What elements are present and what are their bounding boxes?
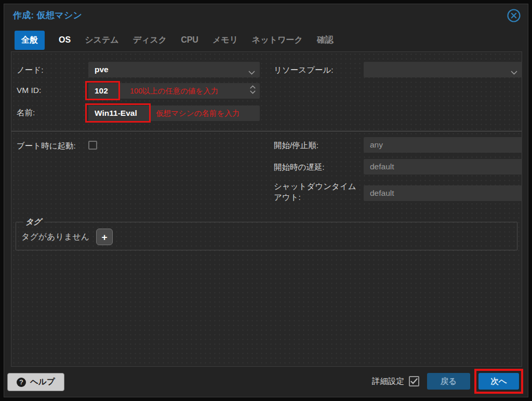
close-icon[interactable] bbox=[506, 8, 522, 23]
shutdown-timeout-label: シャットダウンタイムアウト: bbox=[274, 181, 363, 203]
resource-pool-combobox[interactable] bbox=[364, 62, 522, 77]
next-annotation-box: 次へ bbox=[474, 369, 523, 394]
tags-fieldset: タグ タグがありません + bbox=[16, 217, 517, 250]
question-circle-icon: ? bbox=[17, 378, 26, 387]
resource-pool-label: リソースプール: bbox=[274, 64, 334, 75]
name-label: 名前: bbox=[17, 107, 35, 118]
tab-cpu[interactable]: CPU bbox=[181, 35, 198, 45]
start-stop-order-field[interactable] bbox=[364, 137, 522, 153]
start-stop-order-input[interactable] bbox=[364, 137, 522, 153]
chevron-down-icon[interactable] bbox=[248, 68, 255, 77]
tab-confirm[interactable]: 確認 bbox=[317, 35, 334, 46]
tags-empty-text: タグがありません bbox=[21, 232, 89, 243]
start-at-boot-label: ブート時に起動: bbox=[17, 140, 76, 151]
name-annotation-text: 仮想マシンの名前を入力 bbox=[156, 109, 240, 118]
startup-delay-input[interactable] bbox=[364, 159, 522, 175]
tab-disks[interactable]: ディスク bbox=[133, 35, 167, 46]
chevron-down-icon[interactable] bbox=[511, 68, 517, 77]
create-vm-dialog: 作成: 仮想マシン 全般 OS システム ディスク CPU メモリ ネットワーク… bbox=[4, 4, 528, 397]
number-spinner-icon[interactable] bbox=[250, 85, 256, 94]
tab-memory[interactable]: メモリ bbox=[212, 35, 238, 46]
startup-delay-label: 開始時の遅延: bbox=[274, 162, 325, 172]
footer-actions: 詳細設定 戻る 次へ bbox=[372, 368, 523, 394]
node-value: pve bbox=[88, 65, 109, 74]
node-label: ノード: bbox=[17, 64, 44, 75]
tab-general[interactable]: 全般 bbox=[15, 31, 45, 50]
section-divider bbox=[11, 131, 522, 131]
add-tag-button[interactable]: + bbox=[96, 229, 113, 245]
help-button[interactable]: ? ヘルプ bbox=[7, 373, 64, 391]
tags-legend: タグ bbox=[23, 217, 44, 227]
shutdown-timeout-field[interactable] bbox=[364, 185, 522, 201]
tab-system[interactable]: システム bbox=[85, 35, 119, 46]
next-button[interactable]: 次へ bbox=[478, 373, 519, 390]
tab-network[interactable]: ネットワーク bbox=[252, 35, 303, 46]
plus-icon: + bbox=[101, 232, 107, 242]
advanced-checkbox[interactable] bbox=[409, 376, 419, 386]
shutdown-timeout-input[interactable] bbox=[364, 185, 522, 201]
screenshot-root: 作成: 仮想マシン 全般 OS システム ディスク CPU メモリ ネットワーク… bbox=[0, 0, 532, 401]
node-combobox[interactable]: pve bbox=[88, 62, 260, 77]
dialog-title: 作成: 仮想マシン bbox=[13, 9, 82, 21]
startup-delay-field[interactable] bbox=[364, 159, 522, 175]
vmid-label: VM ID: bbox=[17, 85, 41, 96]
wizard-tabbar: 全般 OS システム ディスク CPU メモリ ネットワーク 確認 bbox=[15, 30, 348, 50]
general-form-panel: ノード: pve リソースプール: VM ID: bbox=[11, 51, 522, 367]
vmid-annotation-text: 100以上の任意の値を入力 bbox=[130, 86, 218, 96]
back-button[interactable]: 戻る bbox=[427, 373, 470, 390]
tab-os[interactable]: OS bbox=[59, 35, 71, 45]
start-at-boot-checkbox[interactable] bbox=[88, 141, 97, 150]
check-icon bbox=[410, 378, 418, 384]
help-button-label: ヘルプ bbox=[30, 377, 55, 387]
start-stop-order-label: 開始/停止順: bbox=[274, 140, 318, 151]
advanced-label: 詳細設定 bbox=[372, 376, 404, 387]
